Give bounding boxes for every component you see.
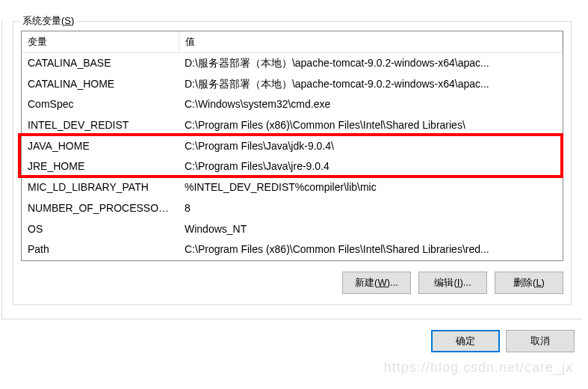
- table-row[interactable]: MIC_LD_LIBRARY_PATH%INTEL_DEV_REDIST%com…: [22, 177, 563, 198]
- delete-button[interactable]: 删除(L): [495, 272, 563, 294]
- variable-name-cell: OS: [22, 219, 179, 240]
- watermark-text: https://blog.csdn.net/care_jx: [384, 360, 573, 376]
- variable-value-cell: Windows_NT: [179, 219, 563, 240]
- variable-name-cell: PATHEXT: [22, 260, 179, 261]
- variables-table: 变量 值 CATALINA_BASED:\服务器部署（本地）\apache-to…: [22, 31, 563, 261]
- variable-value-cell: D:\服务器部署（本地）\apache-tomcat-9.0.2-windows…: [179, 53, 563, 74]
- table-row[interactable]: CATALINA_BASED:\服务器部署（本地）\apache-tomcat-…: [22, 53, 563, 74]
- variable-name-cell: NUMBER_OF_PROCESSORS: [22, 198, 179, 219]
- variable-name-cell: JRE_HOME: [22, 156, 179, 177]
- variable-name-cell: ComSpec: [22, 94, 179, 115]
- variable-value-cell: %INTEL_DEV_REDIST%compiler\lib\mic: [179, 177, 563, 198]
- variable-name-cell: INTEL_DEV_REDIST: [22, 115, 179, 136]
- table-row[interactable]: PATHEXT.COM;.EXE;.BAT;.CMD;.VBS;.VBE;.JS…: [22, 260, 563, 261]
- variable-name-cell: MIC_LD_LIBRARY_PATH: [22, 177, 179, 198]
- column-header-value[interactable]: 值: [179, 31, 563, 53]
- system-variables-list[interactable]: 变量 值 CATALINA_BASED:\服务器部署（本地）\apache-to…: [21, 31, 563, 261]
- table-row[interactable]: OSWindows_NT: [22, 219, 563, 240]
- column-header-variable[interactable]: 变量: [22, 31, 179, 53]
- variable-name-cell: JAVA_HOME: [22, 136, 179, 157]
- system-vars-button-row: 新建(W)... 编辑(I)... 删除(L): [21, 272, 563, 294]
- variable-value-cell: .COM;.EXE;.BAT;.CMD;.VBS;.VBE;.JS;.JSE;.…: [179, 260, 563, 261]
- table-row[interactable]: JRE_HOMEC:\Program Files\Java\jre-9.0.4: [22, 156, 563, 177]
- table-row[interactable]: INTEL_DEV_REDISTC:\Program Files (x86)\C…: [22, 115, 563, 136]
- table-row[interactable]: CATALINA_HOMED:\服务器部署（本地）\apache-tomcat-…: [22, 74, 563, 95]
- system-variables-group: 系统变量(S) 变量 值 CATALINA_BASED:\服务器部署（本地）\a…: [13, 21, 572, 305]
- env-vars-dialog: 系统变量(S) 变量 值 CATALINA_BASED:\服务器部署（本地）\a…: [1, 21, 582, 319]
- variable-name-cell: CATALINA_HOME: [22, 74, 179, 95]
- variable-value-cell: D:\服务器部署（本地）\apache-tomcat-9.0.2-windows…: [179, 74, 563, 95]
- system-variables-legend: 系统变量(S): [19, 14, 77, 28]
- variable-value-cell: C:\Windows\system32\cmd.exe: [179, 94, 563, 115]
- table-row[interactable]: ComSpecC:\Windows\system32\cmd.exe: [22, 94, 563, 115]
- table-row[interactable]: NUMBER_OF_PROCESSORS8: [22, 198, 563, 219]
- table-row[interactable]: PathC:\Program Files (x86)\Common Files\…: [22, 239, 563, 260]
- new-button[interactable]: 新建(W)...: [342, 272, 411, 294]
- cancel-button[interactable]: 取消: [506, 330, 575, 352]
- edit-button[interactable]: 编辑(I)...: [418, 272, 487, 294]
- variable-value-cell: C:\Program Files\Java\jdk-9.0.4\: [179, 136, 563, 157]
- variable-value-cell: C:\Program Files\Java\jre-9.0.4: [179, 156, 563, 177]
- table-row[interactable]: JAVA_HOMEC:\Program Files\Java\jdk-9.0.4…: [22, 136, 563, 157]
- variable-value-cell: 8: [179, 198, 563, 219]
- variable-name-cell: CATALINA_BASE: [22, 53, 179, 74]
- variable-value-cell: C:\Program Files (x86)\Common Files\Inte…: [179, 239, 563, 260]
- variable-value-cell: C:\Program Files (x86)\Common Files\Inte…: [179, 115, 563, 136]
- ok-button[interactable]: 确定: [431, 330, 500, 352]
- variable-name-cell: Path: [22, 239, 179, 260]
- dialog-footer: 确定 取消: [0, 319, 588, 352]
